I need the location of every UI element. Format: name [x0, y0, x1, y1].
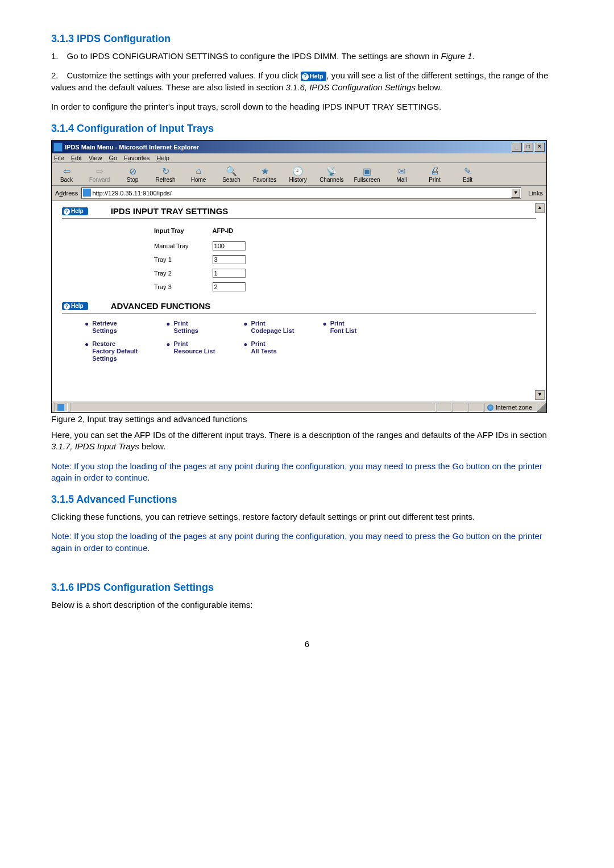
status-pane	[468, 403, 483, 412]
toolbar-fullscreen[interactable]: ▣Fullscreen	[354, 165, 380, 183]
help-button[interactable]: ?Help	[62, 302, 88, 310]
label: Print	[429, 177, 441, 183]
globe-icon	[487, 404, 493, 411]
chevron-down-icon[interactable]: ▼	[511, 189, 520, 198]
toolbar-history[interactable]: 🕘History	[287, 165, 309, 183]
refresh-icon: ↻	[160, 165, 171, 177]
bullet-icon: ●	[322, 320, 326, 328]
mail-icon: ✉	[396, 165, 408, 177]
section-heading: ADVANCED FUNCTIONS	[111, 301, 211, 311]
status-zone: Internet zone	[484, 403, 537, 412]
toolbar: ⇦Back ⇨Forward ⊘Stop ↻Refresh ⌂Home 🔍Sea…	[52, 163, 546, 186]
text: .	[472, 51, 475, 61]
label: Forward	[89, 177, 110, 183]
address-value: http://129.0.35.11:9100/ipds/	[92, 190, 171, 197]
tray-afp-input[interactable]	[213, 241, 246, 251]
text: 2. Customize the settings with your pref…	[51, 70, 301, 80]
tray-name: Manual Tray	[154, 240, 211, 252]
toolbar-mail[interactable]: ✉Mail	[391, 165, 413, 183]
section-ref: 3.1.6, IPDS Configuration Settings	[285, 82, 415, 92]
label: Edit	[463, 177, 472, 183]
help-label: Help	[71, 208, 84, 214]
menu-go[interactable]: Go	[109, 155, 117, 161]
section-ref: 3.1.7, IPDS Input Trays	[51, 441, 139, 451]
titlebar: IPDS Main Menu - Microsoft Internet Expl…	[52, 141, 546, 153]
toolbar-edit[interactable]: ✎Edit	[457, 165, 479, 183]
tray-afp-input[interactable]	[213, 255, 246, 264]
para-313-1: 1. Go to IPDS CONFIGURATION SETTINGS to …	[51, 51, 563, 62]
maximize-button[interactable]: □	[523, 143, 533, 152]
address-label: Address	[55, 190, 78, 197]
scroll-up-button[interactable]: ▲	[535, 203, 545, 213]
minimize-button[interactable]: _	[512, 143, 522, 152]
ie-icon	[53, 143, 63, 152]
toolbar-refresh[interactable]: ↻Refresh	[154, 165, 177, 183]
status-bar: Internet zone	[52, 402, 546, 412]
back-icon: ⇦	[61, 165, 72, 177]
toolbar-print[interactable]: 🖨Print	[424, 165, 446, 183]
print-icon: 🖨	[429, 165, 441, 177]
menu-edit[interactable]: Edit	[71, 155, 82, 161]
help-badge: ?Help	[301, 72, 327, 81]
address-bar: Address http://129.0.35.11:9100/ipds/ ▼ …	[52, 186, 546, 201]
bullet-icon: ●	[166, 320, 170, 328]
text: 1. Go to IPDS CONFIGURATION SETTINGS to …	[51, 51, 441, 61]
toolbar-channels[interactable]: 📡Channels	[320, 165, 343, 183]
links-label[interactable]: Links	[528, 190, 543, 197]
link-print-all-tests[interactable]: ● PrintAll Tests	[243, 340, 294, 355]
close-button[interactable]: ×	[534, 143, 545, 152]
table-row: Tray 2	[154, 267, 268, 279]
link-print-settings[interactable]: ● PrintSettings	[166, 320, 215, 335]
col-afp-id: AFP-ID	[213, 225, 268, 239]
toolbar-favorites[interactable]: ★Favorites	[253, 165, 276, 183]
heading-313: 3.1.3 IPDS Configuration	[51, 33, 563, 45]
menu-file[interactable]: File	[54, 155, 64, 161]
edit-icon: ✎	[462, 165, 474, 177]
tray-afp-input[interactable]	[213, 269, 246, 278]
history-icon: 🕘	[292, 165, 304, 177]
scroll-down-button[interactable]: ▼	[535, 390, 545, 400]
help-button[interactable]: ?Help	[62, 207, 88, 215]
window-title: IPDS Main Menu - Microsoft Internet Expl…	[65, 144, 512, 151]
para-313-2: 2. Customize the settings with your pref…	[51, 70, 563, 93]
link-retrieve-settings[interactable]: ● RetrieveSettings	[85, 320, 138, 335]
heading-316: 3.1.6 IPDS Configuration Settings	[51, 582, 563, 594]
forward-icon: ⇨	[94, 165, 105, 177]
note-1: Note: If you stop the loading of the pag…	[51, 461, 563, 484]
toolbar-back[interactable]: ⇦Back	[55, 165, 78, 183]
resize-grip[interactable]	[537, 403, 546, 412]
figure-ref: Figure 1	[441, 51, 472, 61]
favorites-icon: ★	[259, 165, 271, 177]
bullet-icon: ●	[166, 340, 170, 348]
link-print-font-list[interactable]: ● PrintFont List	[322, 320, 356, 335]
bullet-icon: ●	[243, 320, 247, 328]
menu-view[interactable]: View	[89, 155, 102, 161]
label: Home	[191, 177, 206, 183]
tray-afp-input[interactable]	[213, 282, 246, 291]
label: Mail	[396, 177, 406, 183]
question-icon: ?	[64, 303, 70, 310]
para-316-1: Below is a short description of the conf…	[51, 599, 563, 611]
help-label: Help	[310, 73, 323, 80]
stop-icon: ⊘	[127, 165, 138, 177]
text: below.	[416, 82, 442, 92]
ie-page-icon	[57, 404, 64, 411]
toolbar-search[interactable]: 🔍Search	[220, 165, 243, 183]
question-icon: ?	[302, 73, 309, 80]
figure-caption: Figure 2, Input tray settings and advanc…	[51, 414, 563, 424]
table-row: Manual Tray	[154, 240, 268, 252]
toolbar-stop[interactable]: ⊘Stop	[121, 165, 144, 183]
label: Back	[60, 177, 73, 183]
bullet-icon: ●	[85, 320, 89, 328]
link-print-codepage-list[interactable]: ● PrintCodepage List	[243, 320, 294, 335]
menu-help[interactable]: Help	[156, 155, 169, 161]
fullscreen-icon: ▣	[361, 165, 372, 177]
address-field[interactable]: http://129.0.35.11:9100/ipds/ ▼	[81, 187, 521, 199]
menu-favorites[interactable]: Favorites	[124, 155, 150, 161]
link-print-resource-list[interactable]: ● PrintResource List	[166, 340, 215, 355]
para-313-3: In order to configure the printer's inpu…	[51, 101, 563, 112]
link-restore-factory[interactable]: ● RestoreFactory DefaultSettings	[85, 340, 138, 362]
search-icon: 🔍	[226, 165, 237, 177]
toolbar-home[interactable]: ⌂Home	[187, 165, 210, 183]
tray-name: Tray 2	[154, 267, 211, 279]
